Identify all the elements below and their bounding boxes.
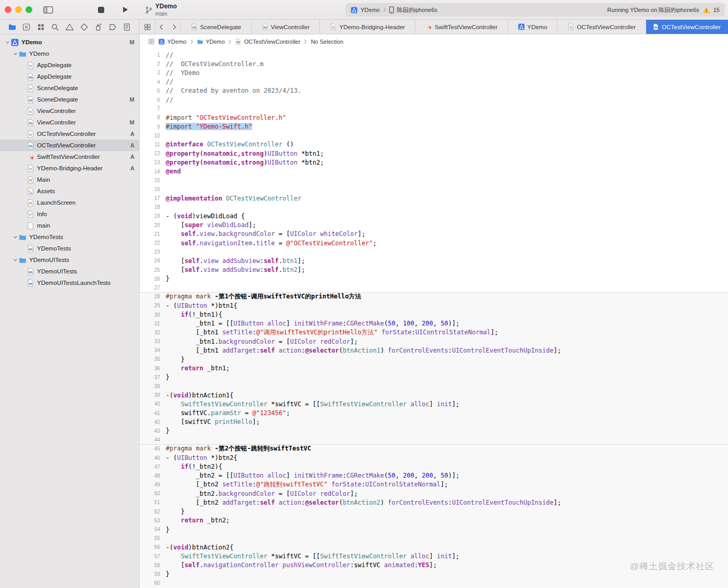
code-line[interactable]: 52 } <box>140 507 728 516</box>
stop-button[interactable] <box>97 6 105 14</box>
code-line[interactable]: 40 SwiftTestViewController *swiftVC = [[… <box>140 399 728 408</box>
line-number[interactable]: 49 <box>140 482 160 487</box>
code-line[interactable]: 24 [self.view addSubview:self.btn1]; <box>140 256 728 265</box>
line-number[interactable]: 37 <box>140 374 160 380</box>
warning-count[interactable]: 15 <box>713 7 720 13</box>
line-number[interactable]: 9 <box>140 124 160 130</box>
sidebar-item-main-doc[interactable]: main <box>0 220 139 231</box>
code-line[interactable]: 39-(void)btnAction1{ <box>140 391 728 399</box>
code-line[interactable]: 34 [_btn1 addTarget:self action:@selecto… <box>140 346 728 355</box>
code-line[interactable]: 38 <box>140 382 728 391</box>
code-line[interactable]: 31 _btn1 = [[UIButton alloc] initWithFra… <box>140 319 728 328</box>
code-line[interactable]: 27 <box>140 283 728 292</box>
code-line[interactable]: 36 return _btn1; <box>140 364 728 373</box>
report-navigator-icon[interactable] <box>122 23 131 31</box>
line-number[interactable]: 44 <box>140 437 160 443</box>
code-line[interactable]: 32 [_btn1 setTitle:@"调用swiftTestVC的print… <box>140 328 728 337</box>
line-number[interactable]: 53 <box>140 518 160 523</box>
line-number[interactable]: 7 <box>140 106 160 111</box>
breadcrumb-octestviewcontroller[interactable]: mOCTestViewController <box>235 39 300 45</box>
tab-viewcontroller-m[interactable]: mViewController <box>252 20 320 34</box>
code-line[interactable]: 44 <box>140 435 728 444</box>
sidebar-item-ydemouitests-m[interactable]: mYDemoUITests <box>0 266 139 277</box>
line-number[interactable]: 24 <box>140 258 160 264</box>
code-line[interactable]: 46- (UIButton *)btn2{ <box>140 453 728 462</box>
sidebar-item-ydemo-project[interactable]: YDemoM <box>0 36 139 48</box>
source-control-navigator-icon[interactable] <box>22 23 31 31</box>
tab-octestviewcontroller-h[interactable]: hOCTestViewController <box>558 20 646 34</box>
find-navigator-icon[interactable] <box>51 23 59 31</box>
code-line[interactable]: 5// Created by aventon on 2023/4/13. <box>140 86 728 95</box>
code-line[interactable]: 10 <box>140 131 728 140</box>
code-line[interactable]: 26} <box>140 274 728 283</box>
sidebar-item-ydemotests-m[interactable]: mYDemoTests <box>0 243 139 254</box>
code-line[interactable]: 19- (void)viewDidLoad { <box>140 211 728 220</box>
code-line[interactable]: 2// OCTestViewController.m <box>140 59 728 68</box>
sidebar-item-scenedelegate-h[interactable]: hSceneDelegate <box>0 82 139 94</box>
sidebar-item-ydemouitestslaunchtests-m[interactable]: mYDemoUITestsLaunchTests <box>0 277 139 289</box>
code-line[interactable]: 51 [_btn2 addTarget:self action:@selecto… <box>140 498 728 507</box>
line-number[interactable]: 30 <box>140 312 160 318</box>
code-line[interactable]: 33 _btn1.backgroundColor = [UIColor redC… <box>140 337 728 346</box>
code-line[interactable]: 48 _btn2 = [[UIButton alloc] initWithFra… <box>140 471 728 480</box>
zoom-window-button[interactable] <box>26 6 32 13</box>
line-number[interactable]: 58 <box>140 562 160 568</box>
tab-ydemo-project[interactable]: YDemo <box>508 20 558 34</box>
code-line[interactable]: 60 <box>140 579 728 587</box>
line-number[interactable]: 54 <box>140 527 160 532</box>
tab-scenedelegate-m[interactable]: mSceneDelegate <box>181 20 252 34</box>
sidebar-item-swifttestviewcontroller-swift[interactable]: SwiftTestViewControllerA <box>0 151 139 162</box>
sidebar-item-octestviewcontroller-m[interactable]: mOCTestViewControllerA <box>0 140 139 151</box>
breadcrumb-ydemo[interactable]: YDemo <box>197 39 225 45</box>
code-line[interactable]: 42 [swiftVC printHello]; <box>140 418 728 427</box>
line-number[interactable]: 3 <box>140 70 160 76</box>
code-line[interactable]: 15 <box>140 176 728 185</box>
code-line[interactable]: 43} <box>140 427 728 435</box>
line-number[interactable]: 50 <box>140 491 160 496</box>
line-number[interactable]: 17 <box>140 195 160 201</box>
line-number[interactable]: 27 <box>140 285 160 291</box>
code-line[interactable]: 47 if(!_btn2){ <box>140 462 728 471</box>
line-number[interactable]: 12 <box>140 151 160 156</box>
code-line[interactable]: 49 [_btn2 setTitle:@"跳转到swiftTestVC" for… <box>140 480 728 489</box>
line-number[interactable]: 8 <box>140 115 160 120</box>
line-number[interactable]: 48 <box>140 473 160 479</box>
line-number[interactable]: 6 <box>140 97 160 103</box>
line-number[interactable]: 35 <box>140 356 160 362</box>
code-line[interactable]: 6// <box>140 95 728 104</box>
line-number[interactable]: 25 <box>140 267 160 273</box>
line-number[interactable]: 43 <box>140 428 160 434</box>
minimize-window-button[interactable] <box>15 6 22 13</box>
sidebar-item-octestviewcontroller-h[interactable]: hOCTestViewControllerA <box>0 128 139 140</box>
code-line[interactable]: 12@property(nonatomic,strong)UIButton *b… <box>140 149 728 158</box>
line-number[interactable]: 16 <box>140 186 160 192</box>
disclosure-icon[interactable] <box>12 234 19 241</box>
breadcrumb-ydemo[interactable]: YDemo <box>158 39 187 45</box>
close-window-button[interactable] <box>5 6 11 13</box>
code-line[interactable]: 55 <box>140 534 728 543</box>
tab-swifttestviewcontroller-swift[interactable]: SwiftTestViewController <box>415 20 508 34</box>
sidebar-item-ydemo-bridging-header-h[interactable]: hYDemo-Bridging-HeaderA <box>0 162 139 174</box>
code-line[interactable]: 7 <box>140 104 728 113</box>
line-number[interactable]: 41 <box>140 410 160 416</box>
line-number[interactable]: 38 <box>140 383 160 389</box>
line-number[interactable]: 22 <box>140 240 160 246</box>
code-line[interactable]: 35 } <box>140 355 728 364</box>
line-number[interactable]: 29 <box>140 303 160 308</box>
line-number[interactable]: 60 <box>140 580 160 586</box>
line-number[interactable]: 52 <box>140 509 160 515</box>
code-line[interactable]: 17@implementation OCTestViewController <box>140 194 728 203</box>
code-line[interactable]: 54} <box>140 525 728 534</box>
line-number[interactable]: 26 <box>140 276 160 282</box>
code-line[interactable]: 53 return _btn2; <box>140 516 728 525</box>
code-line[interactable]: 14@end <box>140 167 728 176</box>
code-line[interactable]: 56-(void)btnAction2{ <box>140 543 728 552</box>
symbol-navigator-icon[interactable] <box>36 23 45 31</box>
line-number[interactable]: 15 <box>140 178 160 183</box>
run-button[interactable] <box>121 6 129 14</box>
sidebar-item-assets-assets[interactable]: Assets <box>0 185 139 197</box>
sidebar-item-launchscreen-storyboard[interactable]: LaunchScreen <box>0 197 139 208</box>
code-line[interactable]: 30 if(!_btn1){ <box>140 310 728 319</box>
code-line[interactable]: 50 _btn2.backgroundColor = [UIColor redC… <box>140 489 728 498</box>
line-number[interactable]: 2 <box>140 61 160 67</box>
